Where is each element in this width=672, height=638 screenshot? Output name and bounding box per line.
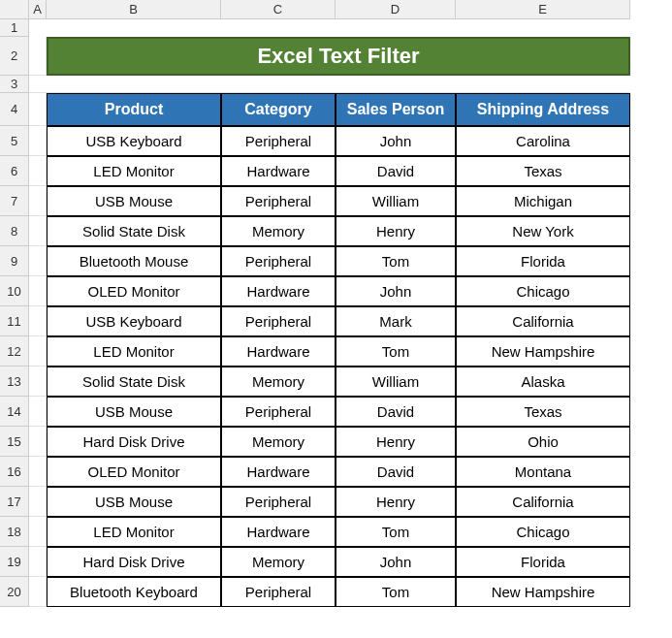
row-header-19[interactable]: 19 xyxy=(0,547,29,577)
cell-c7[interactable]: Peripheral xyxy=(221,186,336,216)
cell-d12[interactable]: Tom xyxy=(336,336,456,367)
cell-c1[interactable] xyxy=(221,19,336,37)
cell-e12[interactable]: New Hampshire xyxy=(456,336,630,367)
row-header-10[interactable]: 10 xyxy=(0,276,29,306)
cell-e9[interactable]: Florida xyxy=(456,246,630,276)
cell-d19[interactable]: John xyxy=(336,547,456,577)
col-header-d[interactable]: D xyxy=(336,0,456,19)
cell-a1[interactable] xyxy=(29,19,47,37)
cell-e8[interactable]: New York xyxy=(456,216,630,246)
cell-b15[interactable]: Hard Disk Drive xyxy=(47,427,221,457)
cell-e14[interactable]: Texas xyxy=(456,397,630,427)
cell-e18[interactable]: Chicago xyxy=(456,517,630,547)
row-header-4[interactable]: 4 xyxy=(0,93,29,126)
cell-c18[interactable]: Hardware xyxy=(221,517,336,547)
cell-a13[interactable] xyxy=(29,367,47,397)
row-header-14[interactable]: 14 xyxy=(0,397,29,427)
cell-e7[interactable]: Michigan xyxy=(456,186,630,216)
select-all-corner[interactable] xyxy=(0,0,29,19)
cell-a12[interactable] xyxy=(29,336,47,367)
cell-d18[interactable]: Tom xyxy=(336,517,456,547)
cell-b12[interactable]: LED Monitor xyxy=(47,336,221,367)
cell-a17[interactable] xyxy=(29,487,47,517)
col-header-a[interactable]: A xyxy=(29,0,47,19)
cell-a19[interactable] xyxy=(29,547,47,577)
header-shipping-address[interactable]: Shipping Address xyxy=(456,93,630,126)
cell-a8[interactable] xyxy=(29,216,47,246)
cell-c5[interactable]: Peripheral xyxy=(221,126,336,156)
cell-b18[interactable]: LED Monitor xyxy=(47,517,221,547)
cell-a10[interactable] xyxy=(29,276,47,306)
cell-b5[interactable]: USB Keyboard xyxy=(47,126,221,156)
cell-a7[interactable] xyxy=(29,186,47,216)
cell-a4[interactable] xyxy=(29,93,47,126)
cell-d7[interactable]: William xyxy=(336,186,456,216)
cell-b11[interactable]: USB Keyboard xyxy=(47,306,221,336)
cell-b1[interactable] xyxy=(47,19,221,37)
row-header-5[interactable]: 5 xyxy=(0,126,29,156)
cell-d17[interactable]: Henry xyxy=(336,487,456,517)
cell-a16[interactable] xyxy=(29,457,47,487)
cell-e15[interactable]: Ohio xyxy=(456,427,630,457)
col-header-b[interactable]: B xyxy=(47,0,221,19)
row-header-18[interactable]: 18 xyxy=(0,517,29,547)
cell-a11[interactable] xyxy=(29,306,47,336)
header-category[interactable]: Category xyxy=(221,93,336,126)
cell-a18[interactable] xyxy=(29,517,47,547)
title-cell[interactable]: Excel Text Filter xyxy=(47,37,630,76)
cell-b19[interactable]: Hard Disk Drive xyxy=(47,547,221,577)
cell-d16[interactable]: David xyxy=(336,457,456,487)
row-header-20[interactable]: 20 xyxy=(0,577,29,607)
cell-e11[interactable]: California xyxy=(456,306,630,336)
cell-c17[interactable]: Peripheral xyxy=(221,487,336,517)
row-header-1[interactable]: 1 xyxy=(0,19,29,37)
cell-c3[interactable] xyxy=(221,76,336,93)
cell-e5[interactable]: Carolina xyxy=(456,126,630,156)
cell-d15[interactable]: Henry xyxy=(336,427,456,457)
cell-b14[interactable]: USB Mouse xyxy=(47,397,221,427)
cell-b7[interactable]: USB Mouse xyxy=(47,186,221,216)
cell-a3[interactable] xyxy=(29,76,47,93)
cell-e13[interactable]: Alaska xyxy=(456,367,630,397)
row-header-15[interactable]: 15 xyxy=(0,427,29,457)
cell-c19[interactable]: Memory xyxy=(221,547,336,577)
row-header-6[interactable]: 6 xyxy=(0,156,29,186)
cell-d8[interactable]: Henry xyxy=(336,216,456,246)
cell-d1[interactable] xyxy=(336,19,456,37)
row-header-12[interactable]: 12 xyxy=(0,336,29,367)
col-header-e[interactable]: E xyxy=(456,0,630,19)
cell-c20[interactable]: Peripheral xyxy=(221,577,336,607)
row-header-11[interactable]: 11 xyxy=(0,306,29,336)
cell-d14[interactable]: David xyxy=(336,397,456,427)
cell-d20[interactable]: Tom xyxy=(336,577,456,607)
cell-e3[interactable] xyxy=(456,76,630,93)
cell-a20[interactable] xyxy=(29,577,47,607)
cell-c8[interactable]: Memory xyxy=(221,216,336,246)
cell-c13[interactable]: Memory xyxy=(221,367,336,397)
cell-e20[interactable]: New Hampshire xyxy=(456,577,630,607)
cell-d3[interactable] xyxy=(336,76,456,93)
row-header-17[interactable]: 17 xyxy=(0,487,29,517)
row-header-7[interactable]: 7 xyxy=(0,186,29,216)
cell-c11[interactable]: Peripheral xyxy=(221,306,336,336)
cell-d9[interactable]: Tom xyxy=(336,246,456,276)
row-header-2[interactable]: 2 xyxy=(0,37,29,76)
cell-b13[interactable]: Solid State Disk xyxy=(47,367,221,397)
cell-b3[interactable] xyxy=(47,76,221,93)
cell-a5[interactable] xyxy=(29,126,47,156)
cell-d11[interactable]: Mark xyxy=(336,306,456,336)
cell-a15[interactable] xyxy=(29,427,47,457)
cell-c9[interactable]: Peripheral xyxy=(221,246,336,276)
cell-b17[interactable]: USB Mouse xyxy=(47,487,221,517)
row-header-13[interactable]: 13 xyxy=(0,367,29,397)
cell-c16[interactable]: Hardware xyxy=(221,457,336,487)
cell-a6[interactable] xyxy=(29,156,47,186)
cell-e6[interactable]: Texas xyxy=(456,156,630,186)
cell-c15[interactable]: Memory xyxy=(221,427,336,457)
header-sales-person[interactable]: Sales Person xyxy=(336,93,456,126)
row-header-8[interactable]: 8 xyxy=(0,216,29,246)
cell-e17[interactable]: California xyxy=(456,487,630,517)
cell-e16[interactable]: Montana xyxy=(456,457,630,487)
cell-d10[interactable]: John xyxy=(336,276,456,306)
cell-b6[interactable]: LED Monitor xyxy=(47,156,221,186)
